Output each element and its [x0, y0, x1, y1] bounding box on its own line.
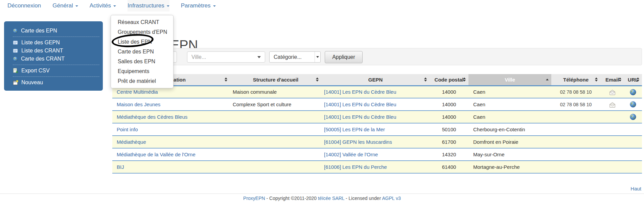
- cell-gepn: [14001] Les EPN du Cèdre Bleu: [321, 111, 430, 123]
- sidebar-item-export-csv[interactable]: Export CSV: [13, 67, 99, 75]
- infrastructures-dropdown-menu: Réseaux CRANTGroupements d'EPNListe des …: [111, 15, 174, 88]
- cell-nom: Médiathèque: [112, 136, 230, 148]
- sidebar-item-label: Liste des CRANT: [21, 48, 63, 54]
- cell-telephone: 02 78 08 58 10: [551, 86, 600, 98]
- cell-email: [600, 123, 624, 136]
- footer-text: - Licensed under: [344, 196, 382, 201]
- cell-telephone: [551, 161, 600, 173]
- cell-code_postal: 14000: [430, 86, 468, 98]
- cell-telephone: [551, 111, 600, 123]
- menu-item-liste-des-epn[interactable]: Liste des EPN: [111, 37, 173, 47]
- cell-telephone: 02 78 08 58 10: [551, 98, 600, 111]
- cell-email: [600, 86, 624, 98]
- nav-item-general[interactable]: Général: [52, 0, 78, 12]
- column-header-email[interactable]: Email: [600, 74, 624, 86]
- website-globe-icon[interactable]: [630, 114, 636, 120]
- caret-down-icon: [167, 5, 169, 7]
- footer-text: - Copyright ©2011-2020: [265, 196, 318, 201]
- cell-gepn: [14002] Vallée de l'Orne: [321, 148, 430, 161]
- menu-item-salles-des-epn[interactable]: Salles des EPN: [111, 56, 173, 66]
- sidebar-item-nouveau[interactable]: Nouveau: [13, 78, 99, 87]
- column-header-telephone[interactable]: Téléphone: [551, 74, 600, 86]
- cell-structure: [230, 148, 321, 161]
- cell-url: [624, 111, 642, 123]
- menu-item-carte-des-epn[interactable]: Carte des EPN: [111, 47, 173, 56]
- gepn-link[interactable]: [14002] Vallée de l'Orne: [324, 152, 378, 157]
- ville-filter-combobox[interactable]: Ville...: [187, 51, 265, 63]
- sidebar-item-liste-des-crant[interactable]: Liste des CRANT: [13, 47, 99, 55]
- sidebar-item-carte-des-crant[interactable]: Carte des CRANT: [13, 55, 99, 63]
- back-to-top-link[interactable]: Haut: [630, 186, 641, 191]
- epn-table: DésignationStructure d'accueilGEPNCode p…: [112, 74, 642, 174]
- cell-ville: Domfront en Poiraie: [468, 136, 551, 148]
- nav-item-label: Général: [52, 2, 73, 9]
- nav-item-label: Infrastructures: [128, 2, 164, 9]
- footer-divider: [0, 194, 644, 194]
- sidebar-item-label: Nouveau: [21, 80, 43, 86]
- nom-link[interactable]: Médiathèque des Cèdres Bleus: [117, 114, 187, 120]
- column-header-label: GEPN: [368, 77, 383, 83]
- gepn-link[interactable]: [61004] GEPN les Muscardins: [324, 139, 392, 145]
- cell-nom: BIJ: [112, 161, 230, 173]
- nom-link[interactable]: Centre Multimédia: [117, 89, 158, 95]
- column-header-gepn[interactable]: GEPN: [321, 74, 430, 86]
- nav-item-label: Paramètres: [181, 2, 211, 9]
- cell-email: [600, 136, 624, 148]
- footer-link-teicee-sarl[interactable]: téïcée SARL: [318, 196, 344, 201]
- column-header-ville[interactable]: Ville: [468, 74, 551, 86]
- apply-filter-button[interactable]: Appliquer: [325, 51, 363, 63]
- cell-structure: [230, 111, 321, 123]
- sidebar: Carte des EPNListe des GEPNListe des CRA…: [4, 21, 103, 91]
- sidebar-item-carte-des-epn[interactable]: Carte des EPN: [13, 27, 99, 35]
- nom-link[interactable]: BIJ: [117, 164, 124, 170]
- cell-gepn: [61004] GEPN les Muscardins: [321, 136, 430, 148]
- menu-item-groupements-d-epn[interactable]: Groupements d'EPN: [111, 27, 173, 37]
- gepn-link[interactable]: [61006] Les EPN du Perche: [324, 164, 387, 170]
- menu-item-pret-de-materiel[interactable]: Prêt de matériel: [111, 76, 173, 86]
- cell-structure: [230, 161, 321, 173]
- cell-email: [600, 98, 624, 111]
- cell-nom: Maison des Jeunes: [112, 98, 230, 111]
- categorie-filter-select[interactable]: Catégorie...: [269, 51, 321, 63]
- column-header-label: Structure d'accueil: [253, 77, 298, 83]
- sort-both-icon: [225, 77, 227, 82]
- sidebar-separator: [13, 65, 99, 65]
- cell-code_postal: 14000: [430, 111, 468, 123]
- nom-link[interactable]: Maison des Jeunes: [117, 101, 160, 107]
- sidebar-item-label: Liste des GEPN: [21, 40, 60, 46]
- cell-structure: Complexe Sport et culture: [230, 98, 321, 111]
- nom-link[interactable]: Médiathèque: [117, 139, 146, 145]
- website-globe-icon[interactable]: [630, 89, 636, 95]
- nav-item-deconnexion[interactable]: Déconnexion: [7, 0, 41, 12]
- column-header-structure-d-accueil[interactable]: Structure d'accueil: [230, 74, 321, 86]
- column-header-code-postal[interactable]: Code postal: [430, 74, 468, 86]
- gepn-link[interactable]: [14001] Les EPN du Cèdre Bleu: [324, 114, 396, 120]
- footer-link-proxyepn[interactable]: ProxyEPN: [243, 196, 265, 201]
- gepn-link[interactable]: [50005] Les EPN de la Mer: [324, 127, 385, 132]
- website-globe-icon[interactable]: [630, 101, 636, 108]
- gepn-link[interactable]: [14001] Les EPN du Cèdre Bleu: [324, 89, 396, 95]
- gepn-link[interactable]: [14001] Les EPN du Cèdre Bleu: [324, 101, 396, 107]
- cell-ville: Mortagne-au-Perche: [468, 161, 551, 173]
- menu-item-equipements[interactable]: Equipements: [111, 66, 173, 76]
- cell-structure: [230, 123, 321, 136]
- cell-gepn: [14001] Les EPN du Cèdre Bleu: [321, 98, 430, 111]
- nom-link[interactable]: Médiathèque de la Vallée de l'Orne: [117, 152, 196, 157]
- email-icon[interactable]: [609, 90, 616, 95]
- cell-url: [624, 148, 642, 161]
- caret-down-icon: [75, 5, 78, 7]
- table-row: Centre MultimédiaMaison communale[14001]…: [112, 86, 642, 98]
- table-row: Point info[50005] Les EPN de la Mer50100…: [112, 123, 642, 136]
- nav-item-activites[interactable]: Activités: [90, 0, 116, 12]
- sort-ascending-icon: [546, 79, 549, 81]
- sidebar-item-liste-des-gepn[interactable]: Liste des GEPN: [13, 39, 99, 47]
- email-icon[interactable]: [609, 102, 616, 108]
- column-header-url[interactable]: URL: [624, 74, 642, 86]
- nav-item-parametres[interactable]: Paramètres: [181, 0, 216, 12]
- nom-link[interactable]: Point info: [117, 127, 138, 132]
- cell-ville: Caen: [468, 86, 551, 98]
- ville-filter-placeholder: Ville...: [191, 54, 206, 60]
- nav-item-infrastructures[interactable]: Infrastructures: [128, 0, 169, 12]
- footer-link-agpl-v3[interactable]: AGPL v3: [382, 196, 401, 201]
- menu-item-reseaux-crant[interactable]: Réseaux CRANT: [111, 17, 173, 27]
